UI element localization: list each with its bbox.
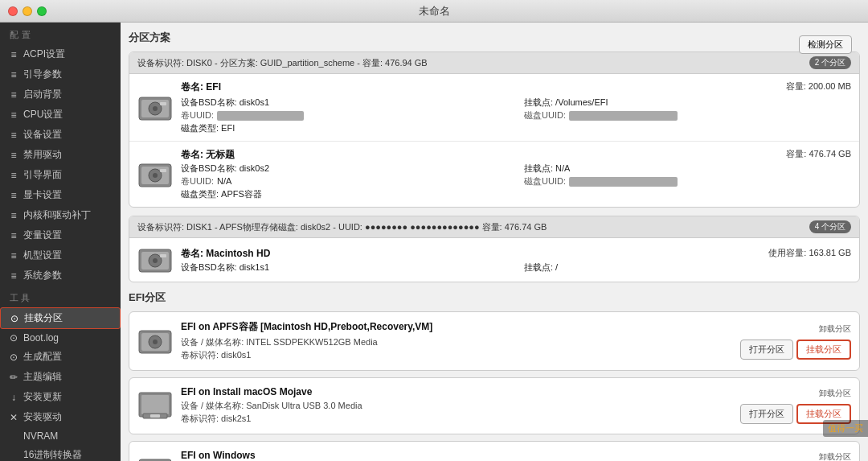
notitle-diskuuid-row: 磁盘UUID: <box>524 175 851 187</box>
sidebar-item-vars[interactable]: ≡ 变量设置 <box>0 225 121 245</box>
sidebar-item-boot-ui[interactable]: ≡ 引导界面 <box>0 165 121 185</box>
notitle-capacity: 容量: 476.74 GB <box>786 149 851 158</box>
efi-vol-name: 卷名: EFI <box>181 80 221 94</box>
sidebar-item-label: 主题编辑 <box>23 370 62 384</box>
notitle-uuid-row: 卷UUID: N/A <box>181 175 508 187</box>
efi-actions-1: 卸载分区 打开分区 挂载分区 <box>740 388 851 424</box>
sidebar-item-nvram[interactable]: NVRAM <box>0 427 121 445</box>
list-icon: ≡ <box>8 69 19 80</box>
sidebar-item-boot-args[interactable]: ≡ 引导参数 <box>0 64 121 84</box>
sidebar-item-kernel[interactable]: ≡ 内核和驱动补丁 <box>0 205 121 225</box>
minimize-btn[interactable] <box>23 6 32 16</box>
sidebar-item-boot-bg[interactable]: ≡ 启动背景 <box>0 84 121 105</box>
efi-disk-icon-1 <box>137 391 173 422</box>
sidebar-item-label: 启动背景 <box>23 88 62 101</box>
sidebar-item-label: 系统参数 <box>23 269 62 282</box>
efi-disk-icon-2 <box>137 455 173 462</box>
sidebar-item-label: 挂载分区 <box>24 311 63 325</box>
detect-partition-button[interactable]: 检测分区 <box>799 35 852 54</box>
sidebar-item-gpu[interactable]: ≡ 显卡设置 <box>0 185 121 205</box>
efi-disk-uuid-val <box>569 111 678 121</box>
sidebar-item-update[interactable]: ↓ 安装更新 <box>0 387 121 407</box>
efi-section: EFI分区 EFI on APFS容器 [Macintosh HD,Preboo… <box>129 290 860 461</box>
list-icon: ≡ <box>8 89 19 101</box>
disk-icon-efi <box>137 93 173 123</box>
svg-point-3 <box>153 106 158 111</box>
sidebar-item-label: CPU设置 <box>23 108 63 121</box>
device1-header: 设备标识符: DISK1 - APFS物理存储磁盘: disk0s2 - UUI… <box>129 216 859 238</box>
device0-header-text: 设备标识符: DISK0 - 分区方案: GUID_partition_sche… <box>137 57 428 69</box>
list-icon: ≡ <box>8 109 19 121</box>
list-icon: ≡ <box>8 150 19 161</box>
efi-device-1: 设备 / 媒体名称: SanDisk Ultra USB 3.0 Media <box>181 400 732 412</box>
efi-info-0: EFI on APFS容器 [Macintosh HD,Preboot,Reco… <box>181 320 732 362</box>
download-icon: ↓ <box>8 392 19 403</box>
efi-card-1: EFI on Install macOS Mojave 设备 / 媒体名称: S… <box>129 377 860 434</box>
efi-name-1: EFI on Install macOS Mojave <box>181 386 732 397</box>
sidebar-item-theme-editor[interactable]: ✏ 主题编辑 <box>0 367 121 387</box>
efi-id-1: 卷标识符: disk2s1 <box>181 413 732 425</box>
unmount-partition-btn-1[interactable]: 挂载分区 <box>796 404 851 424</box>
action-btns-0: 打开分区 挂载分区 <box>740 340 851 360</box>
partition-row-macintosh: 卷名: Macintosh HD 使用容量: 163.81 GB 设备BSD名称… <box>129 238 859 282</box>
sidebar-item-label: 引导参数 <box>23 68 62 81</box>
svg-rect-9 <box>160 169 166 172</box>
svg-point-18 <box>153 340 158 344</box>
efi-disk-uuid-row: 磁盘UUID: <box>524 109 851 121</box>
sidebar: 配 置 ≡ ACPI设置 ≡ 引导参数 ≡ 启动背景 ≡ CPU设置 ≡ 设备设… <box>0 23 121 461</box>
svg-rect-22 <box>150 414 160 418</box>
close-btn[interactable] <box>8 6 18 16</box>
unmount-partition-btn-0[interactable]: 挂载分区 <box>796 340 851 360</box>
sidebar-item-label: 安装驱动 <box>23 410 62 424</box>
list-icon: ≡ <box>8 230 19 241</box>
partition-row-efi: 卷名: EFI 容量: 200.00 MB 设备BSD名称: disk0s1 挂… <box>129 74 859 142</box>
sidebar-item-device[interactable]: ≡ 设备设置 <box>0 125 121 145</box>
sidebar-item-cpu[interactable]: ≡ CPU设置 <box>0 105 121 125</box>
sidebar-item-machine[interactable]: ≡ 机型设置 <box>0 245 121 265</box>
sidebar-item-label: 引导界面 <box>23 168 62 182</box>
sidebar-item-sys[interactable]: ≡ 系统参数 <box>0 265 121 286</box>
device0-scheme: 设备标识符: DISK0 - 分区方案: GUID_partition_sche… <box>129 51 860 208</box>
notitle-type-row: 磁盘类型: APFS容器 <box>181 188 851 200</box>
macintosh-bsd-row: 设备BSD名称: disk1s1 <box>181 261 508 274</box>
open-partition-btn-0[interactable]: 打开分区 <box>740 340 793 360</box>
notitle-mount-row: 挂载点: N/A <box>524 163 851 175</box>
notitle-disk-uuid-val <box>569 177 678 187</box>
sidebar-item-genconfig[interactable]: ⊙ 生成配置 <box>0 347 121 367</box>
notitle-bsd-row: 设备BSD名称: disk0s2 <box>181 163 508 175</box>
disk-icon-notitle <box>137 159 173 190</box>
sidebar-item-install-driver[interactable]: ✕ 安装驱动 <box>0 407 121 427</box>
efi-device-0: 设备 / 媒体名称: INTEL SSDPEKKW512GB Media <box>181 336 732 348</box>
sidebar-item-acpi[interactable]: ≡ ACPI设置 <box>0 44 121 64</box>
efi-section-title: EFI分区 <box>129 290 860 305</box>
open-partition-btn-1[interactable]: 打开分区 <box>740 404 793 424</box>
device1-badge: 4 个分区 <box>809 220 851 233</box>
efi-disk-icon-0 <box>137 326 173 356</box>
unmount-badge-0: 卸载分区 <box>819 323 851 335</box>
install-icon: ✕ <box>8 412 19 423</box>
efi-info-2: EFI on Windows 设备 / 媒体名称: INTEL SSDSC2KW… <box>181 450 732 461</box>
log-icon: ⊙ <box>8 332 19 344</box>
list-icon: ≡ <box>8 270 19 282</box>
list-icon: ≡ <box>8 190 19 201</box>
mount-icon: ⊙ <box>9 313 20 324</box>
svg-point-13 <box>153 258 158 263</box>
sidebar-item-label: 内核和驱动补丁 <box>23 208 91 222</box>
device1-header-text: 设备标识符: DISK1 - APFS物理存储磁盘: disk0s2 - UUI… <box>137 221 547 233</box>
efi-actions-2: 卸载分区 打开分区 挂载分区 <box>740 451 851 461</box>
efi-partition-info: 卷名: EFI 容量: 200.00 MB 设备BSD名称: disk0s1 挂… <box>181 80 851 134</box>
device0-header: 设备标识符: DISK0 - 分区方案: GUID_partition_sche… <box>129 52 859 74</box>
sidebar-item-disable-drivers[interactable]: ≡ 禁用驱动 <box>0 145 121 165</box>
list-icon: ≡ <box>8 49 19 60</box>
sidebar-item-mount[interactable]: ⊙ 挂载分区 <box>0 307 121 329</box>
sidebar-item-label: 16进制转换器 <box>23 448 82 461</box>
sidebar-item-bootlog[interactable]: ⊙ Boot.log <box>0 329 121 347</box>
sidebar-item-label: ACPI设置 <box>23 47 65 61</box>
sidebar-config-section: 配 置 <box>0 23 121 44</box>
device1-scheme: 设备标识符: DISK1 - APFS物理存储磁盘: disk0s2 - UUI… <box>129 216 860 282</box>
efi-name-0: EFI on APFS容器 [Macintosh HD,Preboot,Reco… <box>181 320 732 334</box>
maximize-btn[interactable] <box>37 6 47 16</box>
macintosh-vol-name: 卷名: Macintosh HD <box>181 248 270 259</box>
sidebar-item-hex[interactable]: 16进制转换器 <box>0 445 121 461</box>
svg-rect-20 <box>141 395 169 414</box>
